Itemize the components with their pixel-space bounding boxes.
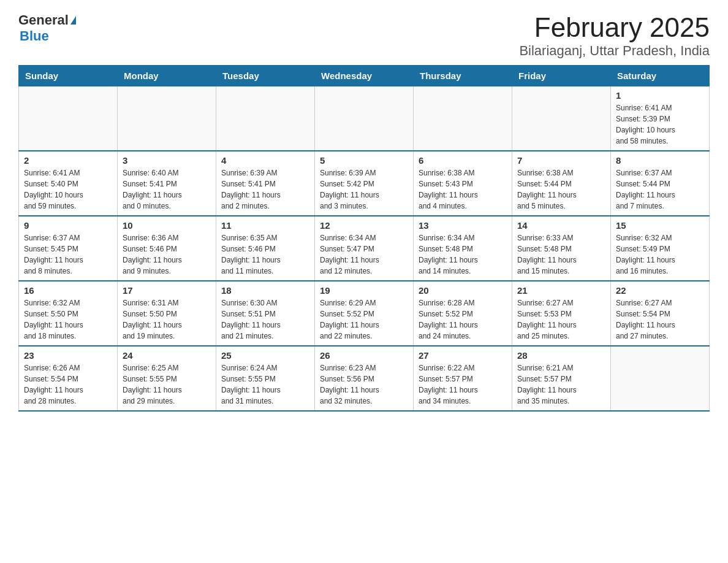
calendar-cell: 9Sunrise: 6:37 AM Sunset: 5:45 PM Daylig… bbox=[19, 216, 118, 281]
day-info: Sunrise: 6:32 AM Sunset: 5:49 PM Dayligh… bbox=[616, 232, 704, 277]
day-number: 17 bbox=[123, 285, 211, 296]
day-info: Sunrise: 6:40 AM Sunset: 5:41 PM Dayligh… bbox=[123, 167, 211, 212]
calendar-cell bbox=[315, 86, 414, 151]
day-number: 6 bbox=[419, 155, 507, 166]
day-number: 2 bbox=[24, 155, 112, 166]
day-number: 3 bbox=[123, 155, 211, 166]
calendar-week-row: 16Sunrise: 6:32 AM Sunset: 5:50 PM Dayli… bbox=[19, 281, 710, 346]
day-info: Sunrise: 6:32 AM Sunset: 5:50 PM Dayligh… bbox=[24, 297, 112, 342]
calendar-cell: 24Sunrise: 6:25 AM Sunset: 5:55 PM Dayli… bbox=[118, 346, 216, 411]
calendar-cell: 8Sunrise: 6:37 AM Sunset: 5:44 PM Daylig… bbox=[611, 151, 710, 216]
day-number: 19 bbox=[320, 285, 408, 296]
day-number: 26 bbox=[320, 350, 408, 361]
day-info: Sunrise: 6:28 AM Sunset: 5:52 PM Dayligh… bbox=[419, 297, 507, 342]
weekday-header-tuesday: Tuesday bbox=[216, 66, 315, 86]
day-info: Sunrise: 6:37 AM Sunset: 5:45 PM Dayligh… bbox=[24, 232, 112, 277]
calendar-cell: 26Sunrise: 6:23 AM Sunset: 5:56 PM Dayli… bbox=[315, 346, 414, 411]
calendar-cell: 27Sunrise: 6:22 AM Sunset: 5:57 PM Dayli… bbox=[414, 346, 512, 411]
day-number: 22 bbox=[616, 285, 704, 296]
day-number: 20 bbox=[419, 285, 507, 296]
calendar-cell: 17Sunrise: 6:31 AM Sunset: 5:50 PM Dayli… bbox=[118, 281, 216, 346]
calendar-cell bbox=[19, 86, 118, 151]
day-info: Sunrise: 6:27 AM Sunset: 5:53 PM Dayligh… bbox=[517, 297, 605, 342]
day-number: 4 bbox=[221, 155, 309, 166]
day-number: 16 bbox=[24, 285, 112, 296]
day-info: Sunrise: 6:41 AM Sunset: 5:39 PM Dayligh… bbox=[616, 102, 704, 147]
day-info: Sunrise: 6:30 AM Sunset: 5:51 PM Dayligh… bbox=[221, 297, 309, 342]
calendar-cell: 12Sunrise: 6:34 AM Sunset: 5:47 PM Dayli… bbox=[315, 216, 414, 281]
day-number: 15 bbox=[616, 220, 704, 231]
day-number: 1 bbox=[616, 90, 704, 101]
day-number: 12 bbox=[320, 220, 408, 231]
day-info: Sunrise: 6:37 AM Sunset: 5:44 PM Dayligh… bbox=[616, 167, 704, 212]
page-header: General Blue February 2025 Bilariaganj, … bbox=[18, 12, 710, 59]
day-info: Sunrise: 6:34 AM Sunset: 5:48 PM Dayligh… bbox=[419, 232, 507, 277]
day-info: Sunrise: 6:41 AM Sunset: 5:40 PM Dayligh… bbox=[24, 167, 112, 212]
day-info: Sunrise: 6:29 AM Sunset: 5:52 PM Dayligh… bbox=[320, 297, 408, 342]
calendar-cell: 5Sunrise: 6:39 AM Sunset: 5:42 PM Daylig… bbox=[315, 151, 414, 216]
calendar-cell: 20Sunrise: 6:28 AM Sunset: 5:52 PM Dayli… bbox=[414, 281, 512, 346]
day-info: Sunrise: 6:33 AM Sunset: 5:48 PM Dayligh… bbox=[517, 232, 605, 277]
calendar-cell: 1Sunrise: 6:41 AM Sunset: 5:39 PM Daylig… bbox=[611, 86, 710, 151]
day-number: 7 bbox=[517, 155, 605, 166]
day-number: 21 bbox=[517, 285, 605, 296]
weekday-header-thursday: Thursday bbox=[414, 66, 512, 86]
logo-general-text: General bbox=[18, 12, 69, 28]
logo: General Blue bbox=[18, 12, 76, 44]
calendar-cell: 13Sunrise: 6:34 AM Sunset: 5:48 PM Dayli… bbox=[414, 216, 512, 281]
weekday-header-friday: Friday bbox=[512, 66, 611, 86]
weekday-header-saturday: Saturday bbox=[611, 66, 710, 86]
calendar-table: SundayMondayTuesdayWednesdayThursdayFrid… bbox=[18, 65, 710, 412]
day-number: 23 bbox=[24, 350, 112, 361]
location-title: Bilariaganj, Uttar Pradesh, India bbox=[519, 43, 710, 59]
logo-blue-text: Blue bbox=[20, 28, 49, 44]
calendar-cell: 10Sunrise: 6:36 AM Sunset: 5:46 PM Dayli… bbox=[118, 216, 216, 281]
calendar-cell: 18Sunrise: 6:30 AM Sunset: 5:51 PM Dayli… bbox=[216, 281, 315, 346]
day-number: 28 bbox=[517, 350, 605, 361]
day-number: 9 bbox=[24, 220, 112, 231]
calendar-cell bbox=[118, 86, 216, 151]
day-info: Sunrise: 6:36 AM Sunset: 5:46 PM Dayligh… bbox=[123, 232, 211, 277]
day-info: Sunrise: 6:34 AM Sunset: 5:47 PM Dayligh… bbox=[320, 232, 408, 277]
calendar-cell: 6Sunrise: 6:38 AM Sunset: 5:43 PM Daylig… bbox=[414, 151, 512, 216]
calendar-cell: 7Sunrise: 6:38 AM Sunset: 5:44 PM Daylig… bbox=[512, 151, 611, 216]
day-info: Sunrise: 6:39 AM Sunset: 5:42 PM Dayligh… bbox=[320, 167, 408, 212]
day-number: 18 bbox=[221, 285, 309, 296]
calendar-cell: 16Sunrise: 6:32 AM Sunset: 5:50 PM Dayli… bbox=[19, 281, 118, 346]
calendar-cell: 22Sunrise: 6:27 AM Sunset: 5:54 PM Dayli… bbox=[611, 281, 710, 346]
calendar-cell: 25Sunrise: 6:24 AM Sunset: 5:55 PM Dayli… bbox=[216, 346, 315, 411]
weekday-header-wednesday: Wednesday bbox=[315, 66, 414, 86]
day-number: 13 bbox=[419, 220, 507, 231]
calendar-cell: 3Sunrise: 6:40 AM Sunset: 5:41 PM Daylig… bbox=[118, 151, 216, 216]
calendar-week-row: 23Sunrise: 6:26 AM Sunset: 5:54 PM Dayli… bbox=[19, 346, 710, 411]
calendar-cell bbox=[414, 86, 512, 151]
day-info: Sunrise: 6:23 AM Sunset: 5:56 PM Dayligh… bbox=[320, 362, 408, 407]
calendar-cell: 21Sunrise: 6:27 AM Sunset: 5:53 PM Dayli… bbox=[512, 281, 611, 346]
day-info: Sunrise: 6:39 AM Sunset: 5:41 PM Dayligh… bbox=[221, 167, 309, 212]
day-info: Sunrise: 6:31 AM Sunset: 5:50 PM Dayligh… bbox=[123, 297, 211, 342]
day-info: Sunrise: 6:38 AM Sunset: 5:44 PM Dayligh… bbox=[517, 167, 605, 212]
calendar-week-row: 1Sunrise: 6:41 AM Sunset: 5:39 PM Daylig… bbox=[19, 86, 710, 151]
day-info: Sunrise: 6:27 AM Sunset: 5:54 PM Dayligh… bbox=[616, 297, 704, 342]
calendar-cell: 14Sunrise: 6:33 AM Sunset: 5:48 PM Dayli… bbox=[512, 216, 611, 281]
day-number: 14 bbox=[517, 220, 605, 231]
day-number: 8 bbox=[616, 155, 704, 166]
day-number: 10 bbox=[123, 220, 211, 231]
day-number: 25 bbox=[221, 350, 309, 361]
calendar-cell: 23Sunrise: 6:26 AM Sunset: 5:54 PM Dayli… bbox=[19, 346, 118, 411]
calendar-cell: 19Sunrise: 6:29 AM Sunset: 5:52 PM Dayli… bbox=[315, 281, 414, 346]
weekday-header-row: SundayMondayTuesdayWednesdayThursdayFrid… bbox=[19, 66, 710, 86]
day-info: Sunrise: 6:25 AM Sunset: 5:55 PM Dayligh… bbox=[123, 362, 211, 407]
day-info: Sunrise: 6:21 AM Sunset: 5:57 PM Dayligh… bbox=[517, 362, 605, 407]
day-number: 24 bbox=[123, 350, 211, 361]
calendar-week-row: 2Sunrise: 6:41 AM Sunset: 5:40 PM Daylig… bbox=[19, 151, 710, 216]
calendar-cell: 15Sunrise: 6:32 AM Sunset: 5:49 PM Dayli… bbox=[611, 216, 710, 281]
day-info: Sunrise: 6:22 AM Sunset: 5:57 PM Dayligh… bbox=[419, 362, 507, 407]
weekday-header-monday: Monday bbox=[118, 66, 216, 86]
calendar-week-row: 9Sunrise: 6:37 AM Sunset: 5:45 PM Daylig… bbox=[19, 216, 710, 281]
logo-triangle-icon bbox=[70, 16, 76, 25]
calendar-cell: 11Sunrise: 6:35 AM Sunset: 5:46 PM Dayli… bbox=[216, 216, 315, 281]
day-info: Sunrise: 6:38 AM Sunset: 5:43 PM Dayligh… bbox=[419, 167, 507, 212]
day-number: 27 bbox=[419, 350, 507, 361]
day-number: 11 bbox=[221, 220, 309, 231]
